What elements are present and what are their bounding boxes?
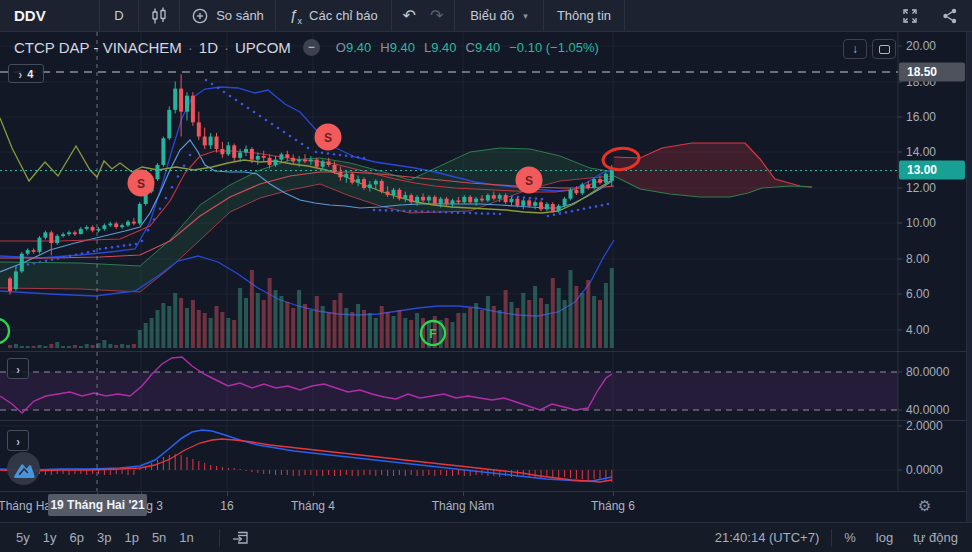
clock-label[interactable]: 21:40:14 (UTC+7) <box>715 530 819 545</box>
svg-text:8.00: 8.00 <box>906 252 930 266</box>
gridlines <box>0 32 898 491</box>
svg-text:16.00: 16.00 <box>906 110 936 124</box>
plus-circle-icon <box>191 7 209 25</box>
range-1y-button[interactable]: 1y <box>43 530 57 545</box>
svg-text:4.00: 4.00 <box>906 323 930 337</box>
svg-text:40.0000: 40.0000 <box>906 403 950 417</box>
fullscreen-button[interactable] <box>892 0 928 31</box>
svg-text:S: S <box>525 174 533 188</box>
time-axis-tick <box>313 492 314 496</box>
flag-marker <box>0 319 9 343</box>
legend-hide-button[interactable]: − <box>303 39 320 56</box>
chevron-right-icon: › <box>16 361 20 375</box>
calendar-arrow-icon <box>232 528 251 547</box>
chart-style-button[interactable] <box>139 0 179 31</box>
symbol-title[interactable]: CTCP DAP - VINACHEM <box>14 39 182 56</box>
time-axis-label: Tháng 4 <box>291 499 335 513</box>
mountain-chart-icon <box>12 458 36 480</box>
range-5d-button[interactable]: 5n <box>152 530 166 545</box>
time-axis-label: Tháng 6 <box>591 499 635 513</box>
fx-icon: ƒx <box>289 6 302 26</box>
maximize-icon <box>879 45 890 54</box>
top-toolbar: DDV D So sánh ƒx Các chỉ báo ↶ ↷ Biểu đồ… <box>0 0 972 32</box>
chart-legend: CTCP DAP - VINACHEM · 1D · UPCOM − O9.40… <box>14 39 599 56</box>
log-scale-button[interactable]: log <box>876 530 893 545</box>
share-button[interactable] <box>928 0 972 31</box>
maximize-pane-button[interactable] <box>872 39 896 59</box>
svg-text:13.00: 13.00 <box>907 163 937 177</box>
time-axis-tick <box>613 492 614 496</box>
svg-text:S: S <box>137 177 145 191</box>
panel3-collapse-button[interactable]: › <box>7 430 29 451</box>
low-value: 9.40 <box>431 40 456 55</box>
candlestick-icon <box>150 7 168 25</box>
chevron-right-icon: › <box>16 433 20 447</box>
change-value: −0.10 (−1.05%) <box>509 40 599 55</box>
range-1m-button[interactable]: 1p <box>124 530 138 545</box>
symbol-button[interactable]: DDV <box>0 0 99 31</box>
svg-text:18.50: 18.50 <box>907 65 937 79</box>
toolbar-divider <box>219 529 220 547</box>
open-value: 9.40 <box>346 40 371 55</box>
goto-date-button[interactable] <box>232 528 251 547</box>
percent-scale-button[interactable]: % <box>844 530 856 545</box>
interval-button[interactable]: D <box>100 0 138 31</box>
svg-text:20.00: 20.00 <box>906 39 936 53</box>
share-icon <box>941 7 959 25</box>
gear-icon[interactable]: ⚙ <box>918 497 931 515</box>
legend-interval[interactable]: 1D <box>199 39 218 56</box>
chart-menu-button[interactable]: Biểu đồ ▾ <box>455 0 543 31</box>
logo-watermark <box>7 452 40 485</box>
svg-text:10.00: 10.00 <box>906 216 936 230</box>
svg-text:2.0000: 2.0000 <box>906 419 943 433</box>
main-pane-collapse-button[interactable]: › 4 <box>8 64 44 83</box>
ichimoku-cloud <box>0 143 812 292</box>
legend-exchange[interactable]: UPCOM <box>235 39 291 56</box>
svg-text:F: F <box>429 327 436 341</box>
price-axis[interactable]: 20.0018.0016.0014.0012.0010.008.006.004.… <box>898 32 965 491</box>
range-1d-button[interactable]: 1n <box>179 530 193 545</box>
chevron-right-icon: › <box>19 66 23 80</box>
time-axis-tick <box>227 492 228 496</box>
svg-text:80.0000: 80.0000 <box>906 365 950 379</box>
high-value: 9.40 <box>390 40 415 55</box>
panel2-collapse-button[interactable]: › <box>7 358 29 379</box>
undo-button[interactable]: ↶ <box>403 6 416 25</box>
ohlc-values: O9.40 H9.40 L9.40 C9.40 −0.10 (−1.05%) <box>336 40 599 55</box>
range-5y-button[interactable]: 5y <box>16 530 30 545</box>
arrow-down-icon: ↓ <box>852 42 858 56</box>
svg-text:12.00: 12.00 <box>906 181 936 195</box>
svg-text:6.00: 6.00 <box>906 287 930 301</box>
svg-text:14.00: 14.00 <box>906 145 936 159</box>
auto-scale-button[interactable]: tự động <box>913 530 958 545</box>
close-value: 9.40 <box>475 40 500 55</box>
rsi-band <box>0 372 898 410</box>
bottom-toolbar: 5y 1y 6p 3p 1p 5n 1n 21:40:14 (UTC+7) % … <box>0 522 972 552</box>
compare-button[interactable]: So sánh <box>180 0 275 31</box>
crosshair-date-tooltip: 19 Tháng Hai '21 <box>48 494 147 516</box>
time-axis-tick <box>463 492 464 496</box>
chevron-down-icon: ▾ <box>523 11 528 21</box>
chart-canvas[interactable]: SSSF20.0018.0016.0014.0012.0010.008.006.… <box>0 32 972 491</box>
svg-text:0.0000: 0.0000 <box>906 463 943 477</box>
time-axis-label: 16 <box>220 499 233 513</box>
minus-icon: − <box>308 40 315 54</box>
indicators-button[interactable]: ƒx Các chỉ báo <box>276 0 391 31</box>
time-axis[interactable]: 19 Tháng Hai '21 Tháng HaiTháng 316Tháng… <box>0 491 966 523</box>
time-axis-label: Tháng Hai <box>0 499 54 513</box>
redo-button[interactable]: ↷ <box>430 6 443 25</box>
time-axis-label: Tháng Năm <box>432 499 495 513</box>
range-6m-button[interactable]: 6p <box>69 530 83 545</box>
hidden-indicators-count: 4 <box>27 68 33 80</box>
move-pane-down-button[interactable]: ↓ <box>843 39 867 59</box>
toolbar-divider <box>831 529 832 547</box>
fullscreen-icon <box>901 7 919 25</box>
svg-text:S: S <box>324 131 332 145</box>
right-panel-handle[interactable] <box>966 32 972 522</box>
info-button[interactable]: Thông tin <box>544 0 624 31</box>
range-3m-button[interactable]: 3p <box>97 530 111 545</box>
